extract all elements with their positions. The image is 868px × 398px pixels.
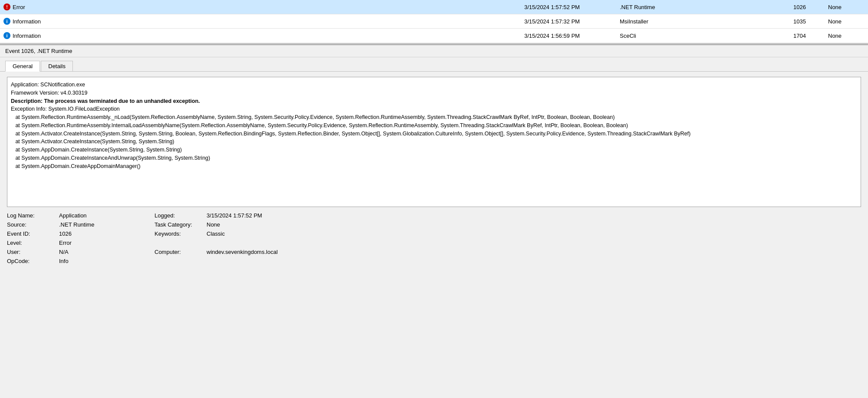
logged-label: Logged:: [155, 212, 207, 219]
event-detail-panel: Event 1026, .NET Runtime General Details…: [0, 45, 868, 264]
event-id-cell: 1704: [790, 29, 825, 43]
user-label: User:: [7, 249, 59, 255]
level-text: Error: [13, 4, 25, 10]
source-cell: .NET Runtime: [616, 0, 790, 14]
source-cell: MsiInstaller: [616, 14, 790, 29]
log-name-label: Log Name:: [7, 212, 59, 219]
date-cell: 3/15/2024 1:56:59 PM: [521, 29, 616, 43]
event-list-wrapper: !Error3/15/2024 1:57:52 PM.NET Runtime10…: [0, 0, 868, 43]
table-row[interactable]: iInformation3/15/2024 1:56:59 PMSceCli17…: [0, 29, 868, 43]
event-id-label: Event ID:: [7, 230, 59, 237]
level-label: Level:: [7, 240, 59, 246]
event-meta: Log Name: Application Logged: 3/15/2024 …: [7, 212, 861, 264]
table-row[interactable]: !Error3/15/2024 1:57:52 PM.NET Runtime10…: [0, 0, 868, 14]
event-detail-header: Event 1026, .NET Runtime: [0, 45, 868, 57]
source-label: Source:: [7, 221, 59, 228]
tab-details[interactable]: Details: [41, 61, 73, 71]
keywords-value: Classic: [207, 230, 337, 237]
error-icon: !: [3, 3, 10, 10]
tabs-bar: General Details: [0, 57, 868, 72]
date-cell: 3/15/2024 1:57:52 PM: [521, 0, 616, 14]
category-cell: None: [825, 29, 868, 43]
info-icon: i: [3, 18, 10, 25]
opcode-label: OpCode:: [7, 258, 59, 264]
event-id-cell: 1035: [790, 14, 825, 29]
task-category-label: Task Category:: [155, 221, 207, 228]
computer-value: windev.sevenkingdoms.local: [207, 249, 337, 255]
opcode-value: Info: [59, 258, 155, 264]
level-value: Error: [59, 240, 155, 246]
level-text: Information: [13, 18, 41, 25]
user-value: N/A: [59, 249, 155, 255]
keywords-label: Keywords:: [155, 230, 207, 237]
event-id-value: 1026: [59, 230, 155, 237]
level-text: Information: [13, 33, 41, 39]
table-row[interactable]: iInformation3/15/2024 1:57:32 PMMsiInsta…: [0, 14, 868, 29]
event-list: !Error3/15/2024 1:57:52 PM.NET Runtime10…: [0, 0, 868, 43]
event-text-area: Application: SCNotification.exeFramework…: [7, 77, 861, 207]
category-cell: None: [825, 14, 868, 29]
user-value-placeholder: [207, 240, 337, 246]
task-category-value: None: [207, 221, 337, 228]
source-cell: SceCli: [616, 29, 790, 43]
log-name-value: Application: [59, 212, 155, 219]
tab-general[interactable]: General: [5, 61, 40, 72]
computer-label: Computer:: [155, 249, 207, 255]
logged-value: 3/15/2024 1:57:52 PM: [207, 212, 337, 219]
event-id-cell: 1026: [790, 0, 825, 14]
info-icon: i: [3, 32, 10, 39]
date-cell: 3/15/2024 1:57:32 PM: [521, 14, 616, 29]
category-cell: None: [825, 0, 868, 14]
source-value: .NET Runtime: [59, 221, 155, 228]
user-label-placeholder: [155, 240, 207, 246]
